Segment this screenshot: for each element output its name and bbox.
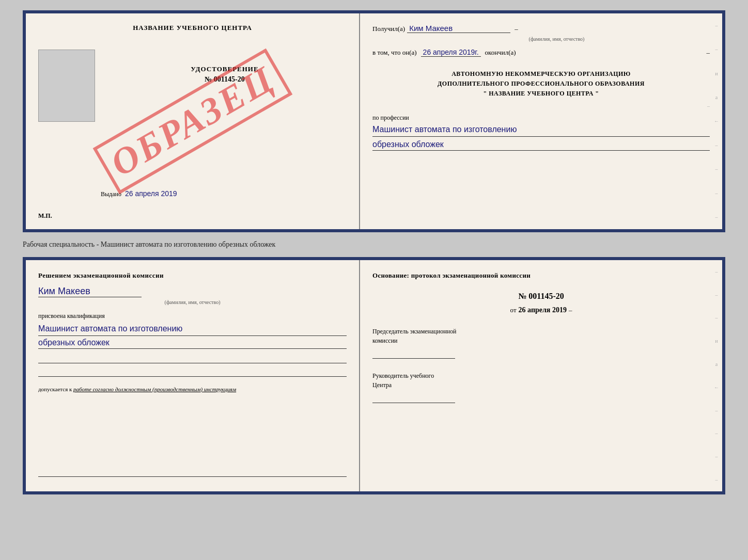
right-margin-dashes: – – и а ← – – – – xyxy=(711,13,722,229)
poluchil-label: Получил(а) xyxy=(372,25,405,33)
cert-poluchil-line: Получил(а) Ким Макеев – xyxy=(372,24,710,33)
blank-line-3 xyxy=(38,468,347,477)
poluchil-value: Ким Макеев xyxy=(407,24,510,33)
exam-left-panel: Решением экзаменационной комиссии Ким Ма… xyxy=(26,260,360,491)
photo-placeholder xyxy=(38,50,95,122)
org-line1: АВТОНОМНУЮ НЕКОММЕРЧЕСКУЮ ОРГАНИЗАЦИЮ xyxy=(372,69,710,79)
qualif-value2: обрезных обложек xyxy=(38,338,347,349)
vtom-date: 26 апреля 2019г. xyxy=(421,48,481,57)
exam-right-title: Основание: протокол экзаменационной коми… xyxy=(372,270,710,281)
exam-right-number: № 001145-20 xyxy=(372,292,710,301)
exam-right-margin-dashes: – – – и а ← – – – – xyxy=(711,260,722,491)
rukov-block: Руководитель учебного Центра xyxy=(372,371,710,405)
date-dash: – xyxy=(569,306,572,314)
exam-right-date: от 26 апреля 2019 – xyxy=(372,306,710,314)
rukov-label-line2: Центра xyxy=(372,380,710,390)
blank-line-1 xyxy=(38,354,347,363)
vtom-label: в том, что он(а) xyxy=(372,49,417,57)
qualif-label: присвоена квалификация xyxy=(38,312,347,320)
date-value: 26 апреля 2019 xyxy=(519,306,567,314)
udost-label: УДОСТОВЕРЕНИЕ xyxy=(101,65,349,73)
cert-school-title: НАЗВАНИЕ УЧЕБНОГО ЦЕНТРА xyxy=(38,24,347,32)
vtom-line: в том, что он(а) 26 апреля 2019г. окончи… xyxy=(372,48,710,57)
vydano-date: 26 апреля 2019 xyxy=(125,189,177,198)
rukov-label-line1: Руководитель учебного xyxy=(372,371,710,380)
profession-label: по профессии xyxy=(372,114,710,122)
okончил-label: окончил(а) xyxy=(485,49,516,57)
rukov-sig-line xyxy=(372,394,455,403)
dopusk-value: работе согласно должностным (производств… xyxy=(73,386,236,392)
blank-line-2 xyxy=(38,367,347,377)
udost-block: УДОСТОВЕРЕНИЕ № 001145-20 xyxy=(101,65,349,87)
qualif-value1: Машинист автомата по изготовлению xyxy=(38,323,347,336)
dopusk-text: допускается к работе согласно должностны… xyxy=(38,385,347,394)
cert-right-panel: Получил(а) Ким Макеев – (фамилия, имя, о… xyxy=(360,13,722,229)
date-prefix: от xyxy=(510,306,517,314)
org-line2: ДОПОЛНИТЕЛЬНОГО ПРОФЕССИОНАЛЬНОГО ОБРАЗО… xyxy=(372,79,710,89)
profession-value2: обрезных обложек xyxy=(372,140,710,151)
profession-value1: Машинист автомата по изготовлению xyxy=(372,124,710,137)
document-container: НАЗВАНИЕ УЧЕБНОГО ЦЕНТРА УДОСТОВЕРЕНИЕ №… xyxy=(23,10,725,494)
chair-block: Председатель экзаменационной комиссии xyxy=(372,327,710,361)
chair-label-line1: Председатель экзаменационной xyxy=(372,327,710,336)
vydano-line: Выдано 26 апреля 2019 xyxy=(101,189,177,198)
mp-label: М.П. xyxy=(38,212,52,220)
chair-label-line2: комиссии xyxy=(372,336,710,345)
exam-title: Решением экзаменационной комиссии xyxy=(38,270,347,281)
between-text: Рабочая специальность - Машинист автомат… xyxy=(23,238,725,251)
rukov-label: Руководитель учебного Центра xyxy=(372,371,710,390)
exam-document: Решением экзаменационной комиссии Ким Ма… xyxy=(23,257,725,494)
org-block: АВТОНОМНУЮ НЕКОММЕРЧЕСКУЮ ОРГАНИЗАЦИЮ ДО… xyxy=(372,69,710,99)
vydano-prefix: Выдано xyxy=(101,190,121,198)
chair-label: Председатель экзаменационной комиссии xyxy=(372,327,710,345)
exam-right-panel: Основание: протокол экзаменационной коми… xyxy=(360,260,722,491)
exam-name-row: Ким Макеев xyxy=(38,286,347,298)
udost-number: № 001145-20 xyxy=(101,75,349,84)
fio-sublabel: (фамилия, имя, отчество) xyxy=(403,36,710,42)
org-dash-row: – xyxy=(372,103,710,109)
cert-left-panel: НАЗВАНИЕ УЧЕБНОГО ЦЕНТРА УДОСТОВЕРЕНИЕ №… xyxy=(26,13,360,229)
exam-name-value: Ким Макеев xyxy=(38,286,142,297)
dash1: – xyxy=(515,25,518,33)
exam-name-sublabel: (фамилия, имя, отчество) xyxy=(38,299,347,305)
certificate-document: НАЗВАНИЕ УЧЕБНОГО ЦЕНТРА УДОСТОВЕРЕНИЕ №… xyxy=(23,10,725,232)
org-line3: " НАЗВАНИЕ УЧЕБНОГО ЦЕНТРА " xyxy=(372,89,710,99)
dash2: – xyxy=(706,49,710,57)
chair-sig-line xyxy=(372,349,455,359)
dash3: – xyxy=(707,103,710,109)
dopusk-label: допускается к xyxy=(38,386,72,392)
